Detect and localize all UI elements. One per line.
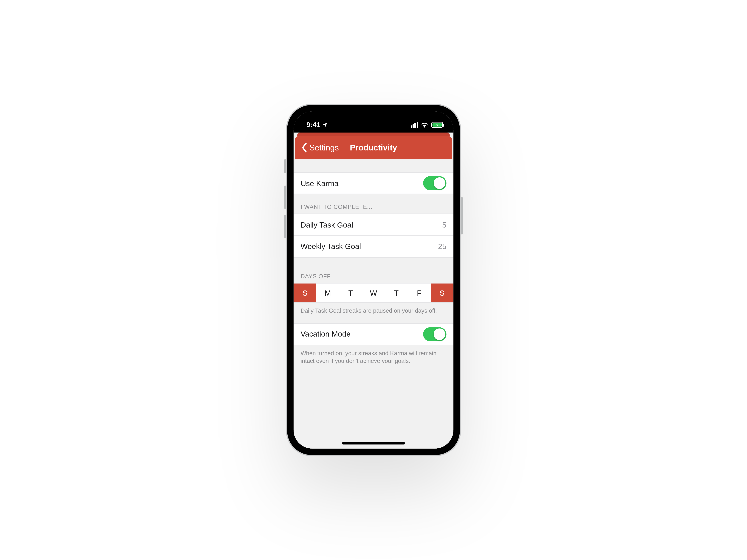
day-sun[interactable]: S xyxy=(293,284,316,302)
back-button[interactable]: Settings xyxy=(301,142,339,153)
vacation-mode-toggle[interactable] xyxy=(423,327,446,341)
day-tue[interactable]: T xyxy=(339,284,362,302)
volume-up-button xyxy=(284,186,286,209)
settings-content: Use Karma I WANT TO COMPLETE... Daily Ta… xyxy=(293,159,454,449)
days-off-header: DAYS OFF xyxy=(293,258,454,283)
volume-down-button xyxy=(284,215,286,238)
notch xyxy=(330,111,417,124)
day-thu[interactable]: T xyxy=(385,284,408,302)
side-button xyxy=(461,197,463,235)
location-icon xyxy=(322,122,328,128)
weekly-goal-row[interactable]: Weekly Task Goal 25 xyxy=(293,236,454,258)
day-wed[interactable]: W xyxy=(362,284,385,302)
use-karma-toggle[interactable] xyxy=(423,176,446,190)
daily-goal-label: Daily Task Goal xyxy=(301,220,353,229)
days-off-selector: S M T W T F S xyxy=(293,283,454,303)
day-sat[interactable]: S xyxy=(431,284,454,302)
day-mon[interactable]: M xyxy=(316,284,339,302)
phone-frame: 9:41 xyxy=(286,104,461,456)
battery-icon: ⚡︎ xyxy=(431,122,443,128)
vacation-mode-label: Vacation Mode xyxy=(301,330,351,339)
vacation-mode-footer: When turned on, your streaks and Karma w… xyxy=(293,345,454,365)
wifi-icon xyxy=(421,122,429,128)
goals-header: I WANT TO COMPLETE... xyxy=(293,194,454,214)
home-indicator[interactable] xyxy=(342,442,405,445)
use-karma-row[interactable]: Use Karma xyxy=(293,172,454,194)
daily-goal-value: 5 xyxy=(442,220,446,229)
use-karma-label: Use Karma xyxy=(301,179,338,188)
days-off-footer: Daily Task Goal streaks are paused on yo… xyxy=(293,303,454,315)
vacation-mode-row[interactable]: Vacation Mode xyxy=(293,323,454,345)
daily-goal-row[interactable]: Daily Task Goal 5 xyxy=(293,214,454,236)
weekly-goal-value: 25 xyxy=(438,242,446,251)
mute-switch xyxy=(284,159,286,173)
chevron-left-icon xyxy=(301,142,308,153)
screen: 9:41 xyxy=(293,111,454,449)
day-fri[interactable]: F xyxy=(408,284,431,302)
page-title: Productivity xyxy=(350,143,397,152)
nav-bar: Settings Productivity xyxy=(295,136,452,159)
back-label: Settings xyxy=(309,143,339,152)
status-time: 9:41 xyxy=(306,121,320,129)
weekly-goal-label: Weekly Task Goal xyxy=(301,242,361,251)
charging-bolt-icon: ⚡︎ xyxy=(436,123,439,127)
